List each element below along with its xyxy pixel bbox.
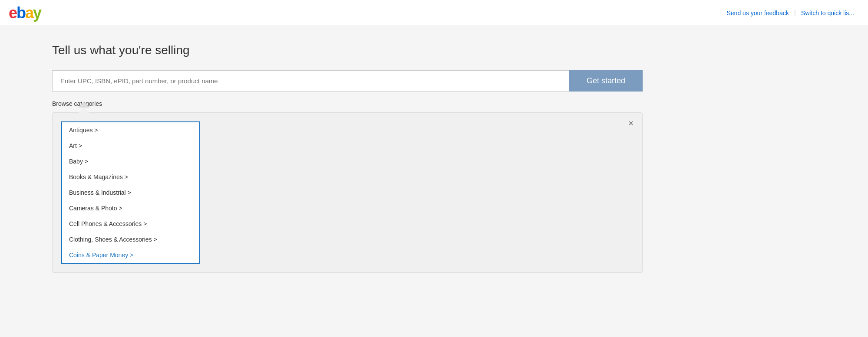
close-button[interactable]: ×	[628, 119, 634, 128]
category-item-baby[interactable]: Baby >	[62, 154, 199, 169]
main-content: Tell us what you're selling Get started …	[0, 26, 695, 290]
logo-e: e	[9, 5, 17, 21]
category-dropdown-panel: × Antiques >Art >Baby >Books & Magazines…	[52, 112, 643, 273]
get-started-button[interactable]: Get started	[569, 70, 643, 92]
header: ebay Send us your feedback | Switch to q…	[0, 0, 868, 26]
browse-label: Browse categories	[52, 100, 643, 107]
category-item-books-magazines[interactable]: Books & Magazines >	[62, 169, 199, 185]
category-list-wrapper: Antiques >Art >Baby >Books & Magazines >…	[61, 121, 200, 264]
search-input[interactable]	[52, 70, 569, 92]
category-item-business-industrial[interactable]: Business & Industrial >	[62, 185, 199, 200]
logo-y: y	[33, 5, 41, 21]
page-title: Tell us what you're selling	[52, 43, 643, 57]
search-container: Get started	[52, 70, 643, 92]
feedback-link[interactable]: Send us your feedback	[721, 10, 794, 16]
category-item-clothing[interactable]: Clothing, Shoes & Accessories >	[62, 232, 199, 247]
category-item-coins[interactable]: Coins & Paper Money >	[62, 247, 199, 263]
header-links: Send us your feedback | Switch to quick …	[721, 9, 859, 17]
category-list: Antiques >Art >Baby >Books & Magazines >…	[62, 122, 199, 263]
category-item-antiques[interactable]: Antiques >	[62, 122, 199, 138]
logo-a: a	[25, 5, 33, 21]
category-item-cell-phones[interactable]: Cell Phones & Accessories >	[62, 216, 199, 232]
category-item-cameras-photo[interactable]: Cameras & Photo >	[62, 200, 199, 216]
switch-to-quick-link[interactable]: Switch to quick lis...	[796, 10, 859, 16]
category-item-art[interactable]: Art >	[62, 138, 199, 154]
logo-b: b	[17, 5, 25, 21]
ebay-logo: ebay	[9, 5, 41, 21]
dropdown-arrow	[79, 108, 89, 113]
